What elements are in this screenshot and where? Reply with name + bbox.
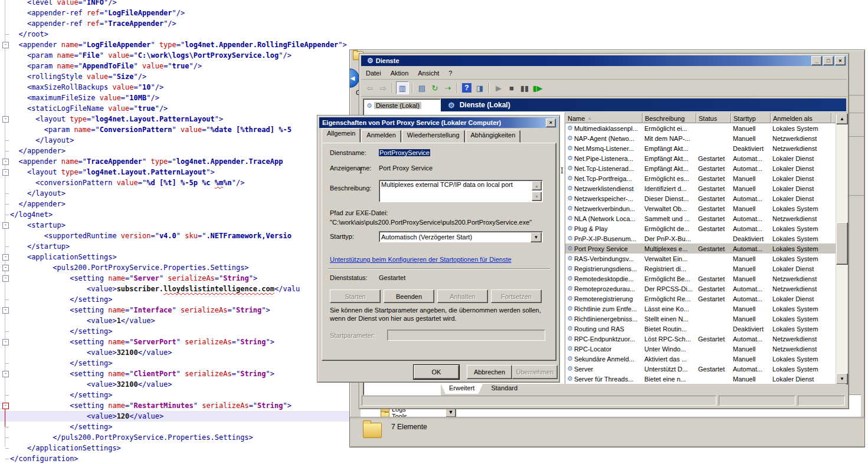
table-cell: Lokales System — [771, 324, 831, 334]
view-tab-erweitert[interactable]: Erweitert — [441, 384, 483, 394]
fold-minus-icon[interactable]: - — [2, 339, 9, 345]
table-header[interactable]: Name▲BeschreibungStatusStarttypAnmelden … — [565, 113, 847, 123]
close-button[interactable]: × — [835, 56, 846, 65]
table-row[interactable]: ⚙Netzwerkspeicher-...Dieser Dienst...Ges… — [565, 193, 847, 203]
beschreibung-textarea[interactable]: Multiplexes external TCP/IP data on loca… — [379, 180, 543, 202]
properties-icon[interactable]: ▤ — [416, 82, 428, 94]
tab-anmelden[interactable]: Anmelden — [361, 130, 401, 143]
table-row[interactable]: ⚙ServerUnterstützt D...GestartetAutomat.… — [565, 364, 847, 374]
fold-minus-icon[interactable]: - — [2, 169, 9, 176]
back-button[interactable]: ◄ — [349, 68, 359, 88]
view-tabs[interactable]: ErweitertStandard — [441, 384, 846, 394]
table-cell: Gestartet — [696, 173, 731, 183]
table-row[interactable]: ⚙Server für Threads...Bietet eine n...Ma… — [565, 374, 847, 384]
scroll-up-icon[interactable]: ▲ — [532, 181, 542, 190]
table-row[interactable]: ⚙Net.Tcp-Listenerad...Empfängt Akt...Ges… — [565, 163, 847, 173]
table-row[interactable]: ⚙Net.Tcp-Portfreiga...Ermöglicht es...Ge… — [565, 173, 847, 183]
table-row[interactable]: ⚙NAP-Agent (Netwo...Mit dem NAP-...Manue… — [565, 133, 847, 143]
table-row[interactable]: ⚙Plug & PlayErmöglicht de...GestartetAut… — [565, 223, 847, 233]
table-row[interactable]: ⚙Multimediaklassenpl...Ermöglicht ei...M… — [565, 123, 847, 133]
starttyp-dropdown[interactable]: Automatisch (Verzögerter Start) ▼ — [379, 231, 543, 242]
pause-service-icon[interactable]: ▮▮ — [519, 82, 530, 94]
startoptions-help-link[interactable]: Unterstützung beim Konfigurieren der Sta… — [330, 256, 512, 263]
table-row[interactable]: ⚙RPC-LocatorUnter Windo...ManuellNetzwer… — [565, 344, 847, 354]
fold-minus-icon[interactable]: - — [2, 42, 9, 48]
scroll-down-button[interactable]: ▼ — [836, 373, 848, 384]
refresh-icon[interactable]: ↻ — [429, 82, 441, 94]
fold-minus-icon[interactable]: - — [2, 159, 9, 165]
table-cell: Automat... — [731, 213, 771, 223]
services-titlebar[interactable]: ⚙ Dienste _□× — [361, 55, 847, 66]
help-icon[interactable]: ? — [462, 83, 471, 93]
table-row[interactable]: ⚙Richtlinie zum Entfe...Lässt eine Ko...… — [565, 304, 847, 314]
column-header-starttyp[interactable]: Starttyp — [731, 113, 771, 123]
scrollbar-thumb[interactable] — [836, 222, 848, 265]
fold-minus-icon[interactable]: - — [2, 371, 9, 377]
fold-minus-icon[interactable]: - — [2, 265, 9, 271]
dienstname-value[interactable]: PortProxyService — [379, 149, 430, 156]
start-service-icon[interactable]: ▶ — [493, 82, 505, 94]
abbrechen-button[interactable]: Abbrechen — [467, 365, 512, 379]
toolbar[interactable]: ⇦⇨▥▤↻⇢?◨▶■▮▮▮▶ — [361, 80, 847, 97]
table-row[interactable]: ⚙Net.Msmq-Listener...Empfängt Akt...Deak… — [565, 143, 847, 153]
menu-bar[interactable]: DateiAktionAnsicht? — [361, 67, 847, 80]
export-list-icon[interactable]: ⇢ — [442, 82, 454, 94]
minimize-button[interactable]: _ — [811, 56, 822, 65]
tab-allgemein[interactable]: Allgemein — [322, 128, 361, 143]
tab-abhngigkeiten[interactable]: Abhängigkeiten — [466, 130, 521, 143]
table-row[interactable]: ⚙Remoteprozedurau...Der RPCSS-Di...Gesta… — [565, 284, 847, 294]
menu-item-aktion[interactable]: Aktion — [386, 68, 414, 78]
table-row[interactable]: ⚙Richtlinienergebniss...Stellt einen N..… — [565, 314, 847, 324]
column-header-anmeldenals[interactable]: Anmelden als — [771, 113, 831, 123]
table-row[interactable]: ⚙PnP-X-IP-Busenum...Der PnP-X-Bu...Deakt… — [565, 233, 847, 243]
fold-minus-icon[interactable]: - — [2, 116, 9, 123]
column-header-beschreibung[interactable]: Beschreibung — [643, 113, 696, 123]
tab-wiederherstellung[interactable]: Wiederherstellung — [402, 130, 465, 143]
vertical-scrollbar[interactable]: ▲ ▼ — [836, 113, 847, 384]
table-row[interactable]: ⚙NLA (Network Loca...Sammelt und ...Gest… — [565, 213, 847, 223]
column-header-status[interactable]: Status — [696, 113, 731, 123]
view-tab-standard[interactable]: Standard — [483, 384, 526, 394]
table-row[interactable]: ⚙Remotedesktopdie...Ermöglicht Be...Gest… — [565, 274, 847, 284]
startparameter-input[interactable] — [387, 330, 545, 341]
dialog-tabs[interactable]: AllgemeinAnmeldenWiederherstellungAbhäng… — [322, 131, 521, 143]
table-cell — [696, 314, 731, 324]
menu-item-[interactable]: ? — [444, 68, 457, 78]
table-row[interactable]: ⚙RemoteregistrierungErmöglicht Re...Gest… — [565, 294, 847, 304]
table-row[interactable]: ⚙NetzwerklistendienstIdentifiziert d...G… — [565, 183, 847, 193]
table-row[interactable]: ⚙RAS-Verbindungsv...Verwaltet Ein...Manu… — [565, 254, 847, 264]
column-header-name[interactable]: Name▲ — [565, 113, 643, 123]
menu-item-ansicht[interactable]: Ansicht — [413, 68, 444, 78]
forward-icon[interactable]: ⇨ — [377, 82, 389, 94]
console-tree-icon[interactable]: ▥ — [396, 81, 409, 94]
tree-item-dienste-lokal[interactable]: ⚙ Dienste (Lokal) — [365, 101, 423, 110]
table-cell: Manuell — [731, 354, 771, 364]
services-table[interactable]: Name▲BeschreibungStatusStarttypAnmelden … — [565, 113, 847, 384]
table-row[interactable]: ⚙Net.Pipe-Listenera...Empfängt Akt...Ges… — [565, 153, 847, 163]
fold-minus-icon[interactable]: - — [2, 254, 9, 261]
table-row[interactable]: ⚙Port Proxy ServiceMultiplexes e...Gesta… — [565, 243, 847, 254]
restart-service-icon[interactable]: ▮▶ — [532, 82, 543, 94]
fold-minus-icon[interactable]: - — [2, 307, 9, 314]
table-row[interactable]: ⚙Registrierungsdiens...Registriert di...… — [565, 264, 847, 274]
scroll-down-icon[interactable]: ▼ — [532, 192, 542, 201]
table-row[interactable]: ⚙Netzwerkverbindun...Verwaltet Ob...Gest… — [565, 203, 847, 213]
close-icon[interactable]: × — [546, 119, 556, 127]
back-icon[interactable]: ⇦ — [364, 82, 376, 94]
code-line: <setting name="Server" serializeAs="Stri… — [10, 273, 347, 284]
extended-view-icon[interactable]: ◨ — [474, 82, 486, 94]
properties-dialog[interactable]: Eigenschaften von Port Proxy Service (Lo… — [317, 115, 560, 383]
maximize-button[interactable]: □ — [823, 56, 834, 65]
table-row[interactable]: ⚙Routing und RASBietet Routin...Deaktivi… — [565, 324, 847, 334]
stop-service-icon[interactable]: ■ — [506, 82, 517, 94]
table-row[interactable]: ⚙RPC-Endpunktzuor...Löst RPC-Sch...Gesta… — [565, 334, 847, 344]
dialog-titlebar[interactable]: Eigenschaften von Port Proxy Service (Lo… — [319, 117, 558, 128]
table-row[interactable]: ⚙Sekundäre Anmeld...Aktiviert das ...Man… — [565, 354, 847, 364]
beenden-button[interactable]: Beenden — [384, 289, 434, 303]
ok-button[interactable]: OK — [414, 365, 459, 379]
menu-item-datei[interactable]: Datei — [361, 68, 386, 78]
fold-minus-icon[interactable]: - — [2, 403, 9, 409]
fold-minus-icon[interactable]: - — [2, 275, 9, 282]
scroll-up-button[interactable]: ▲ — [836, 113, 848, 124]
fold-minus-icon[interactable]: - — [2, 222, 9, 229]
